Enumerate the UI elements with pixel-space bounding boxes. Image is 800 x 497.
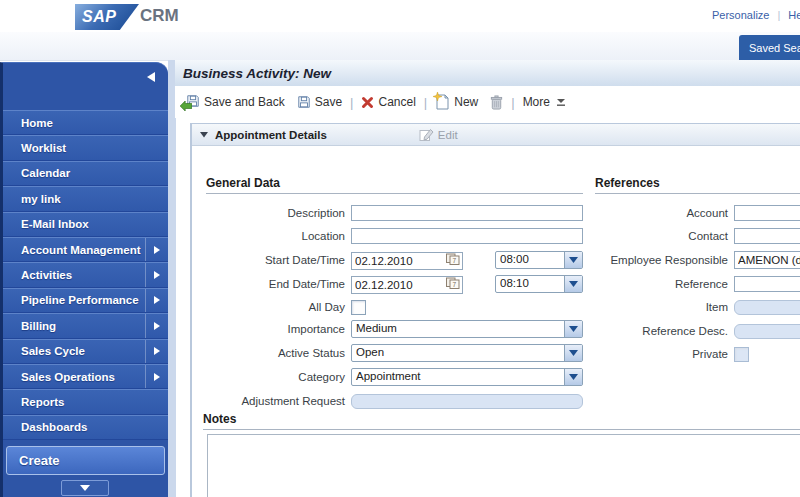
end-time-dropdown-button[interactable]: [564, 276, 582, 292]
sidebar-item-worklist[interactable]: Worklist: [3, 135, 168, 160]
employee-responsible-label: Employee Responsible: [600, 254, 728, 266]
trash-icon: [490, 95, 503, 110]
sidebar-nav-list: Home Worklist Calendar my link E-Mail In…: [3, 110, 168, 440]
importance-row: Importance Medium: [206, 320, 583, 338]
delete-button[interactable]: [490, 95, 503, 110]
category-row: Category Appointment: [206, 368, 583, 386]
save-and-back-icon: [182, 94, 200, 110]
active-status-combo: Open: [351, 344, 583, 362]
category-value[interactable]: Appointment: [352, 369, 564, 385]
save-and-back-button[interactable]: Save and Back: [182, 94, 285, 110]
end-time-value[interactable]: 08:10: [496, 276, 564, 292]
new-document-icon: [435, 94, 450, 110]
save-button[interactable]: Save: [297, 95, 342, 109]
sidebar-item-email-inbox[interactable]: E-Mail Inbox: [3, 212, 168, 237]
employee-responsible-input[interactable]: [734, 251, 800, 269]
section-title: Appointment Details: [215, 129, 327, 141]
more-button[interactable]: More: [523, 95, 565, 109]
section-collapse-icon[interactable]: [200, 132, 209, 138]
end-date-picker-button[interactable]: 7: [445, 277, 461, 290]
personalize-link[interactable]: Personalize: [712, 9, 769, 21]
toolbar-separator: |: [424, 95, 427, 110]
chevron-down-icon: [80, 485, 90, 491]
calendar-icon: 7: [446, 253, 460, 265]
reference-desc-label: Reference Desc.: [600, 325, 728, 337]
cancel-button[interactable]: Cancel: [361, 95, 415, 109]
help-link[interactable]: He: [788, 9, 800, 21]
account-row: Account: [600, 204, 800, 222]
general-data-heading: General Data: [206, 176, 583, 194]
end-time-combo: 08:10: [495, 275, 583, 293]
create-expand-button[interactable]: [61, 480, 109, 496]
sidebar-item-account-management[interactable]: Account Management: [3, 237, 168, 262]
category-dropdown-button[interactable]: [564, 369, 582, 385]
private-row: Private: [600, 345, 749, 363]
description-label: Description: [206, 207, 345, 219]
importance-dropdown-button[interactable]: [564, 321, 582, 337]
reference-desc-row: Reference Desc.: [600, 322, 800, 340]
start-time-value[interactable]: 08:00: [496, 252, 564, 268]
importance-label: Importance: [206, 323, 345, 335]
employee-responsible-row: Employee Responsible: [600, 251, 800, 269]
account-label: Account: [600, 207, 728, 219]
new-button[interactable]: New: [435, 94, 478, 110]
location-input[interactable]: [351, 228, 583, 244]
start-date-picker-button[interactable]: 7: [445, 253, 461, 266]
reference-desc-field: [734, 324, 800, 339]
appointment-details-header[interactable]: Appointment Details Edit: [192, 124, 800, 146]
item-field: [734, 300, 800, 315]
reference-label: Reference: [600, 278, 728, 290]
item-row: Item: [600, 298, 800, 316]
importance-value[interactable]: Medium: [352, 321, 564, 337]
sidebar-item-dashboards[interactable]: Dashboards: [3, 415, 168, 440]
description-input[interactable]: [351, 205, 583, 221]
sidebar-item-my-link[interactable]: my link: [3, 186, 168, 211]
edit-button[interactable]: Edit: [419, 128, 458, 142]
collapse-left-icon: [147, 72, 155, 82]
all-day-checkbox[interactable]: [351, 300, 366, 315]
flyout-arrow-icon: [145, 314, 168, 337]
sidebar-item-activities[interactable]: Activities: [3, 262, 168, 287]
sidebar-content-gap: [168, 60, 176, 497]
notes-textarea[interactable]: [207, 434, 800, 497]
sidebar-item-create[interactable]: Create: [6, 446, 165, 475]
sidebar-item-calendar[interactable]: Calendar: [3, 161, 168, 186]
start-datetime-label: Start Date/Time: [206, 254, 345, 266]
active-status-value[interactable]: Open: [352, 345, 564, 361]
sidebar-item-home[interactable]: Home: [3, 110, 168, 135]
reference-input[interactable]: [734, 276, 800, 292]
page-title-bar: Business Activity: New: [175, 60, 800, 87]
sidebar-collapse-button[interactable]: [144, 71, 158, 83]
category-combo: Appointment: [351, 368, 583, 386]
description-row: Description: [206, 204, 583, 222]
flyout-arrow-icon: [145, 340, 168, 363]
sidebar-item-pipeline-performance[interactable]: Pipeline Performance: [3, 288, 168, 313]
page-title: Business Activity: New: [175, 66, 331, 81]
sidebar-item-sales-cycle[interactable]: Sales Cycle: [3, 339, 168, 364]
private-checkbox[interactable]: [734, 347, 749, 362]
start-datetime-row: Start Date/Time 7 08:00: [206, 251, 583, 269]
product-name: CRM: [140, 6, 179, 26]
notes-heading: Notes: [203, 412, 800, 430]
flyout-arrow-icon: [145, 289, 168, 312]
sidebar-item-sales-operations[interactable]: Sales Operations: [3, 364, 168, 389]
active-status-dropdown-button[interactable]: [564, 345, 582, 361]
category-label: Category: [206, 371, 345, 383]
active-status-row: Active Status Open: [206, 344, 583, 362]
saved-search-button[interactable]: Saved Sea: [739, 35, 800, 60]
reference-row: Reference: [600, 275, 800, 293]
edit-pencil-icon: [419, 128, 434, 142]
account-input[interactable]: [734, 205, 800, 221]
header-links: Personalize | He: [712, 9, 800, 21]
contact-row: Contact: [600, 227, 800, 245]
importance-combo: Medium: [351, 320, 583, 338]
start-time-dropdown-button[interactable]: [564, 252, 582, 268]
start-time-combo: 08:00: [495, 251, 583, 269]
toolbar-separator: |: [350, 95, 353, 110]
sidebar-item-billing[interactable]: Billing: [3, 313, 168, 338]
sidebar-item-reports[interactable]: Reports: [3, 389, 168, 414]
flyout-arrow-icon: [145, 263, 168, 286]
cancel-x-icon: [361, 96, 374, 109]
all-day-label: All Day: [206, 301, 345, 313]
contact-input[interactable]: [734, 228, 800, 244]
